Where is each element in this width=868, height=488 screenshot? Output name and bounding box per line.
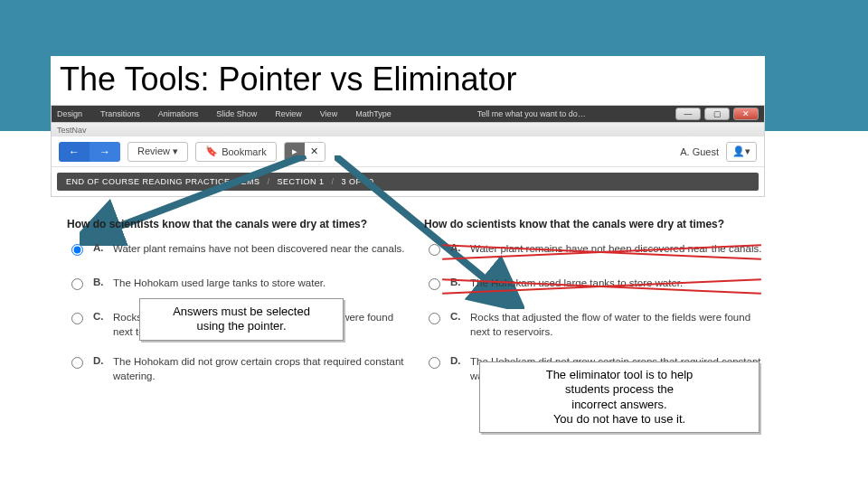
option-label: D. bbox=[450, 355, 463, 366]
callout-line: using the pointer. bbox=[149, 319, 334, 333]
user-menu-button[interactable]: 👤▾ bbox=[726, 142, 757, 162]
ribbon-tab: MathType bbox=[355, 109, 392, 118]
nav-forward-button[interactable]: → bbox=[90, 142, 120, 162]
option-text: Water plant remains have not been discov… bbox=[470, 242, 765, 257]
option-label: A. bbox=[450, 242, 463, 253]
bookmark-icon: 🔖 bbox=[205, 145, 218, 157]
breadcrumb-part: END OF COURSE READING PRACTICE ITEMS bbox=[66, 177, 260, 186]
slide-title: The Tools: Pointer vs Eliminator bbox=[51, 56, 765, 108]
ribbon-row: Design Transitions Animations Slide Show… bbox=[52, 106, 764, 122]
breadcrumb-part: 3 OF 30 bbox=[342, 177, 374, 186]
radio-input[interactable] bbox=[429, 313, 440, 324]
option-text: Rocks that adjusted the flow of water to… bbox=[470, 311, 765, 339]
answer-option[interactable]: A. Water plant remains have not been dis… bbox=[424, 242, 765, 260]
radio-input[interactable] bbox=[71, 244, 83, 256]
testnav-window: Design Transitions Animations Slide Show… bbox=[51, 105, 765, 197]
app-name: TestNav bbox=[57, 126, 87, 135]
minimize-button[interactable]: — bbox=[675, 108, 701, 120]
option-label: C. bbox=[450, 311, 463, 322]
answer-option[interactable]: B. The Hohokam used large tanks to store… bbox=[67, 277, 408, 295]
radio-input[interactable] bbox=[71, 357, 83, 369]
question-prompt: How do scientists know that the canals w… bbox=[67, 217, 408, 231]
callout-line: incorrect answers. bbox=[489, 398, 750, 412]
user-label: A. Guest bbox=[680, 146, 719, 157]
slash-icon: / bbox=[332, 177, 335, 186]
maximize-button[interactable]: ▢ bbox=[704, 108, 730, 120]
option-text: The Hohokam used large tanks to store wa… bbox=[470, 277, 765, 291]
app-titlebar: TestNav bbox=[52, 122, 764, 136]
tool-toggle: ▸ ✕ bbox=[284, 142, 326, 162]
ribbon-tab: Review bbox=[275, 109, 302, 118]
radio-input[interactable] bbox=[429, 278, 440, 290]
ribbon-tab: Slide Show bbox=[216, 109, 257, 118]
testnav-toolbar: ← → Review ▾ 🔖 Bookmark ▸ ✕ A. Guest 👤▾ bbox=[52, 136, 764, 167]
review-button[interactable]: Review ▾ bbox=[127, 142, 188, 162]
answer-option[interactable]: D. The Hohokam did not grow certain crop… bbox=[67, 355, 408, 383]
callout-line: The eliminator tool is to help bbox=[489, 368, 750, 382]
bookmark-label: Bookmark bbox=[222, 146, 267, 157]
radio-input[interactable] bbox=[429, 244, 440, 256]
option-label: B. bbox=[450, 277, 463, 287]
radio-input[interactable] bbox=[429, 357, 440, 369]
ribbon-tab: Animations bbox=[158, 109, 199, 118]
window-controls: — ▢ ✕ bbox=[672, 106, 759, 122]
question-prompt: How do scientists know that the canals w… bbox=[424, 217, 765, 231]
ribbon-tab: Design bbox=[57, 109, 82, 118]
option-text: Water plant remains have not been discov… bbox=[113, 242, 408, 257]
option-label: C. bbox=[93, 311, 106, 322]
nav-back-button[interactable]: ← bbox=[59, 142, 90, 162]
nav-group: ← → bbox=[59, 142, 120, 162]
option-text: The Hohokam did not grow certain crops t… bbox=[113, 355, 408, 383]
pointer-callout: Answers must be selected using the point… bbox=[139, 298, 344, 341]
eliminator-tool-button[interactable]: ✕ bbox=[305, 143, 325, 161]
answer-option[interactable]: C. Rocks that adjusted the flow of water… bbox=[424, 311, 765, 339]
callout-line: You do not have to use it. bbox=[489, 412, 750, 427]
callout-line: students process the bbox=[489, 382, 750, 397]
bookmark-button[interactable]: 🔖 Bookmark bbox=[195, 142, 277, 162]
ribbon-tab: View bbox=[320, 109, 337, 118]
option-text: The Hohokam used large tanks to store wa… bbox=[113, 277, 408, 291]
answer-option[interactable]: A. Water plant remains have not been dis… bbox=[67, 242, 408, 260]
ribbon-tab: Transitions bbox=[100, 109, 140, 118]
breadcrumb: END OF COURSE READING PRACTICE ITEMS / S… bbox=[57, 173, 759, 191]
radio-input[interactable] bbox=[71, 313, 83, 324]
breadcrumb-part: SECTION 1 bbox=[278, 177, 325, 186]
option-label: B. bbox=[93, 277, 106, 287]
eliminator-callout: The eliminator tool is to help students … bbox=[479, 361, 760, 433]
pointer-tool-button[interactable]: ▸ bbox=[285, 143, 305, 161]
answer-option[interactable]: B. The Hohokam used large tanks to store… bbox=[424, 277, 765, 295]
radio-input[interactable] bbox=[71, 278, 83, 290]
callout-line: Answers must be selected bbox=[149, 305, 334, 319]
option-label: A. bbox=[93, 242, 106, 253]
ribbon-hint: Tell me what you want to do… bbox=[477, 109, 586, 118]
option-label: D. bbox=[93, 355, 106, 366]
close-button[interactable]: ✕ bbox=[733, 108, 759, 120]
slash-icon: / bbox=[268, 177, 270, 186]
